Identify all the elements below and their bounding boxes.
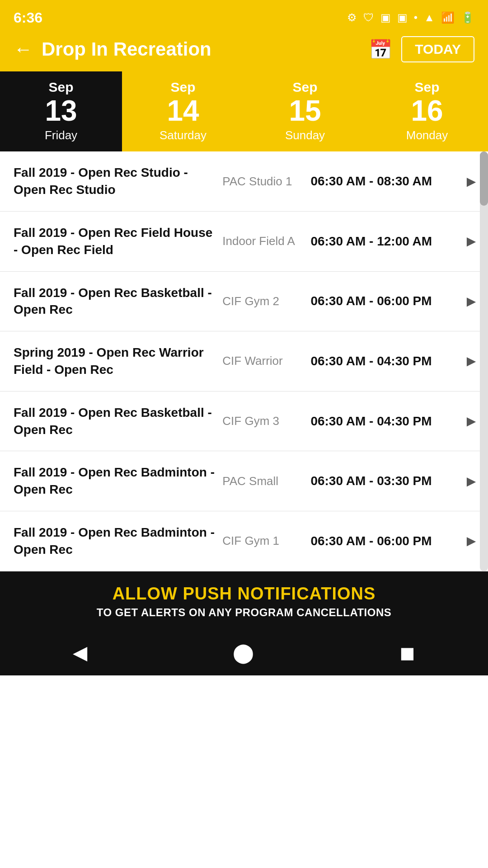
date-month-2: Sep	[292, 80, 317, 95]
today-button[interactable]: TODAY	[401, 36, 474, 62]
event-location: CIF Gym 1	[222, 533, 310, 549]
date-weekday-3: Monday	[406, 128, 448, 142]
event-location: Indoor Field A	[222, 233, 310, 249]
nav-back-button[interactable]: ◀	[55, 642, 105, 664]
event-row[interactable]: Spring 2019 - Open Rec Warrior Field - O…	[0, 331, 488, 392]
event-time: 06:30 AM - 04:30 PM	[310, 414, 459, 429]
sim2-icon: ▣	[397, 11, 408, 24]
date-cell-sep15[interactable]: Sep 15 Sunday	[244, 71, 366, 151]
event-name: Fall 2019 - Open Rec Field House - Open …	[14, 224, 222, 259]
event-name: Fall 2019 - Open Rec Badminton - Open Re…	[14, 524, 222, 558]
event-detail-arrow: ►	[464, 472, 479, 490]
date-weekday-1: Saturday	[160, 128, 206, 142]
push-banner-subtitle: TO GET ALERTS ON ANY PROGRAM CANCELLATIO…	[97, 606, 392, 619]
date-weekday-0: Friday	[45, 128, 77, 142]
event-name: Spring 2019 - Open Rec Warrior Field - O…	[14, 344, 222, 378]
event-name: Fall 2019 - Open Rec Basketball - Open R…	[14, 284, 222, 319]
nav-recent-button[interactable]: ◼	[381, 642, 433, 664]
event-row[interactable]: Fall 2019 - Open Rec Badminton - Open Re…	[0, 451, 488, 511]
bottom-nav: ◀ ⬤ ◼	[0, 632, 488, 675]
events-list: Fall 2019 - Open Rec Studio - Open Rec S…	[0, 151, 488, 571]
top-bar-right: 📅 TODAY	[369, 36, 474, 62]
event-location: CIF Gym 2	[222, 293, 310, 309]
date-nav: Sep 13 Friday Sep 14 Saturday Sep 15 Sun…	[0, 71, 488, 151]
event-time: 06:30 AM - 06:00 PM	[310, 294, 459, 308]
scrollbar-thumb	[480, 151, 488, 206]
event-detail-arrow: ►	[464, 232, 479, 250]
date-day-2: 15	[289, 95, 321, 127]
date-weekday-2: Sunday	[285, 128, 325, 142]
settings-icon: ⚙	[347, 11, 357, 24]
event-location: CIF Gym 3	[222, 413, 310, 429]
content-area: Fall 2019 - Open Rec Studio - Open Rec S…	[0, 151, 488, 571]
event-detail-arrow: ►	[464, 352, 479, 370]
nav-home-button[interactable]: ⬤	[215, 642, 272, 664]
shield-icon: 🛡	[363, 11, 374, 24]
event-row[interactable]: Fall 2019 - Open Rec Basketball - Open R…	[0, 272, 488, 332]
date-month-0: Sep	[48, 80, 73, 95]
event-row[interactable]: Fall 2019 - Open Rec Badminton - Open Re…	[0, 511, 488, 571]
dot-icon: •	[414, 11, 418, 24]
event-detail-arrow: ►	[464, 532, 479, 550]
back-button[interactable]: ←	[14, 40, 33, 59]
push-banner-title: ALLOW PUSH NOTIFICATIONS	[113, 584, 376, 604]
event-row[interactable]: Fall 2019 - Open Rec Studio - Open Rec S…	[0, 151, 488, 212]
event-time: 06:30 AM - 03:30 PM	[310, 474, 459, 488]
date-day-1: 14	[167, 95, 199, 127]
event-detail-arrow: ►	[464, 412, 479, 430]
status-bar: 6:36 ⚙ 🛡 ▣ ▣ • ▲ 📶 🔋	[0, 0, 488, 32]
page-title: Drop In Recreation	[42, 38, 211, 60]
top-bar: ← Drop In Recreation 📅 TODAY	[0, 32, 488, 71]
event-time: 06:30 AM - 12:00 AM	[310, 234, 459, 249]
event-location: CIF Warrior	[222, 353, 310, 369]
event-time: 06:30 AM - 08:30 AM	[310, 174, 459, 189]
status-time: 6:36	[14, 9, 42, 26]
wifi-icon: ▲	[424, 11, 435, 24]
sim-icon: ▣	[380, 11, 391, 24]
date-month-3: Sep	[414, 80, 439, 95]
event-time: 06:30 AM - 04:30 PM	[310, 354, 459, 368]
date-cell-sep13[interactable]: Sep 13 Friday	[0, 71, 122, 151]
date-day-0: 13	[45, 95, 77, 127]
battery-icon: 🔋	[461, 11, 474, 24]
push-notification-banner[interactable]: ALLOW PUSH NOTIFICATIONS TO GET ALERTS O…	[0, 571, 488, 632]
event-location: PAC Small	[222, 473, 310, 489]
date-day-3: 16	[411, 95, 443, 127]
event-time: 06:30 AM - 06:00 PM	[310, 534, 459, 548]
date-month-1: Sep	[170, 80, 195, 95]
date-cell-sep14[interactable]: Sep 14 Saturday	[122, 71, 244, 151]
scrollbar[interactable]	[480, 151, 488, 571]
calendar-icon[interactable]: 📅	[369, 38, 392, 61]
event-name: Fall 2019 - Open Rec Basketball - Open R…	[14, 404, 222, 439]
date-cell-sep16[interactable]: Sep 16 Monday	[366, 71, 488, 151]
event-name: Fall 2019 - Open Rec Badminton - Open Re…	[14, 464, 222, 498]
event-detail-arrow: ►	[464, 173, 479, 190]
event-location: PAC Studio 1	[222, 174, 310, 189]
event-row[interactable]: Fall 2019 - Open Rec Field House - Open …	[0, 212, 488, 272]
event-detail-arrow: ►	[464, 292, 479, 310]
status-icons: ⚙ 🛡 ▣ ▣ • ▲ 📶 🔋	[347, 11, 474, 24]
event-row[interactable]: Fall 2019 - Open Rec Basketball - Open R…	[0, 392, 488, 452]
top-bar-left: ← Drop In Recreation	[14, 38, 211, 60]
signal-icon: 📶	[441, 11, 455, 24]
event-name: Fall 2019 - Open Rec Studio - Open Rec S…	[14, 164, 222, 198]
